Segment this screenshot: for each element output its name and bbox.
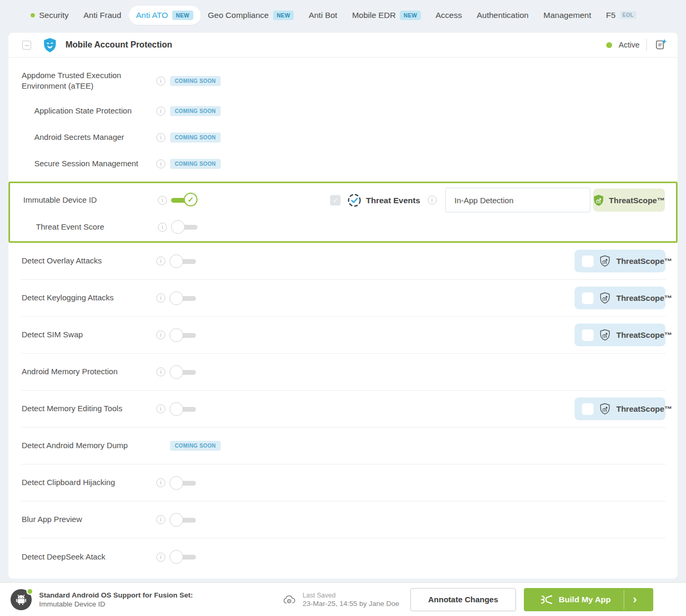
last-saved-group: Last Saved 23-Mar-25, 14:55 by Jane Doe — [283, 592, 399, 608]
detect-keylogging-attacks-toggle[interactable] — [170, 291, 196, 306]
threatscope-label: ThreatScope™ — [616, 404, 672, 413]
mobile-account-protection-shield-icon — [43, 37, 57, 53]
detect-clipboard-hijacking-toggle[interactable] — [170, 476, 196, 490]
nav-label: Anti ATO — [136, 11, 168, 20]
threat-events-checkbox[interactable]: ✓ — [330, 195, 341, 205]
threatscope-checkbox[interactable] — [582, 329, 594, 341]
nav-item-security[interactable]: Security — [23, 6, 76, 25]
feature-label: Android Secrets Manager — [22, 132, 156, 143]
threatscope-button[interactable]: ThreatScope™ — [575, 287, 665, 309]
toggle-check-icon: ✓ — [184, 193, 198, 206]
feature-label: Appdome Trusted Execution Environment (a… — [22, 70, 156, 92]
info-icon[interactable]: i — [156, 133, 165, 142]
blur-app-preview-toggle[interactable] — [170, 513, 196, 527]
feature-label: Detect Keylogging Attacks — [22, 292, 156, 303]
detect-deepseek-atack-toggle[interactable] — [170, 549, 196, 564]
nav-item-anti-ato[interactable]: Anti ATO NEW — [129, 6, 201, 25]
android-os-icon — [11, 589, 32, 610]
info-icon[interactable]: i — [156, 515, 165, 524]
threat-events-icon — [347, 193, 361, 207]
nav-label: Access — [436, 11, 462, 20]
info-icon[interactable]: i — [156, 159, 165, 168]
info-icon[interactable]: i — [156, 478, 165, 487]
add-annotation-icon[interactable] — [654, 39, 667, 52]
threatscope-shield-icon — [599, 292, 610, 304]
last-saved-detail: 23-Mar-25, 14:55 by Jane Doe — [303, 600, 399, 608]
android-memory-protection-toggle[interactable] — [170, 365, 196, 380]
feature-row-detect-overlay-attacks: Detect Overlay Attacks i ThreatScope™ — [21, 243, 665, 280]
nav-label: Geo Compliance — [208, 11, 269, 20]
info-icon[interactable]: i — [156, 257, 165, 266]
threatscope-checkbox[interactable] — [582, 255, 594, 267]
feature-row-atee: Appdome Trusted Execution Environment (a… — [8, 64, 678, 98]
nav-item-mobile-edr[interactable]: Mobile EDR NEW — [345, 6, 428, 25]
threatscope-button[interactable]: ThreatScope™ — [575, 324, 665, 346]
detect-overlay-attacks-toggle[interactable] — [170, 254, 196, 269]
info-icon[interactable]: i — [156, 330, 165, 339]
nav-label: Mobile EDR — [352, 11, 396, 20]
feature-row-android-memory-protection: Android Memory Protection i — [21, 354, 665, 391]
threatscope-button[interactable]: ThreatScope™ — [575, 250, 665, 272]
nav-item-authentication[interactable]: Authentication — [469, 6, 536, 25]
feature-row-detect-sim-swap: Detect SIM Swap i ThreatScope™ — [21, 317, 665, 354]
threatscope-shield-icon — [599, 403, 610, 415]
coming-soon-badge: COMING SOON — [170, 76, 221, 86]
threatscope-shield-icon — [599, 329, 610, 341]
info-icon[interactable]: i — [156, 553, 165, 562]
feature-label: Threat Event Score — [23, 222, 158, 232]
feature-row-detect-android-memory-dump: Detect Android Memory Dump COMING SOON — [21, 428, 665, 465]
feature-label: Detect Memory Editing Tools — [22, 403, 156, 414]
coming-soon-badge: COMING SOON — [170, 159, 221, 169]
nav-label: Authentication — [477, 11, 529, 20]
info-icon[interactable]: i — [428, 196, 437, 205]
nav-label: Security — [39, 11, 69, 20]
info-icon[interactable]: i — [158, 196, 167, 205]
active-status-dot — [606, 42, 612, 48]
card-header: – Mobile Account Protection Active — [8, 33, 678, 58]
divider — [646, 39, 647, 51]
threat-events-label: Threat Events — [366, 195, 420, 205]
threatscope-button-selected[interactable]: ThreatScope™ — [593, 188, 665, 212]
nav-item-management[interactable]: Management — [536, 6, 598, 25]
feature-row-application-state-protection: Application State Protection i COMING SO… — [8, 98, 678, 124]
build-my-app-button[interactable]: Build My App › — [524, 588, 653, 611]
active-service-dot — [31, 13, 35, 17]
feature-row-threat-event-score: Threat Event Score i — [10, 217, 676, 241]
info-icon[interactable]: i — [156, 77, 165, 86]
new-badge: NEW — [172, 11, 193, 20]
info-icon[interactable]: i — [156, 107, 165, 116]
build-footer-bar: Standard Android OS Support for Fusion S… — [0, 582, 686, 616]
nav-item-geo-compliance[interactable]: Geo Compliance NEW — [201, 6, 302, 25]
threatscope-checkbox[interactable] — [582, 292, 594, 304]
nav-label: Anti Fraud — [83, 11, 121, 20]
chevron-right-icon: › — [633, 594, 637, 605]
threat-event-score-toggle[interactable] — [171, 220, 198, 234]
threat-events-dropdown[interactable]: In-App Detection — [445, 188, 590, 213]
threatscope-button[interactable]: ThreatScope™ — [575, 397, 665, 420]
build-button-label: Build My App — [559, 595, 610, 604]
detect-sim-swap-toggle[interactable] — [170, 328, 196, 343]
coming-soon-badge: COMING SOON — [170, 132, 221, 143]
immutable-device-id-toggle[interactable]: ✓ — [171, 193, 198, 207]
info-icon[interactable]: i — [156, 404, 165, 413]
detect-memory-editing-tools-toggle[interactable] — [170, 402, 196, 416]
new-badge: NEW — [400, 11, 420, 20]
nav-item-access[interactable]: Access — [428, 6, 469, 25]
info-icon[interactable]: i — [158, 223, 167, 232]
cloud-saved-icon — [283, 594, 296, 605]
annotate-changes-button[interactable]: Annotate Changes — [410, 588, 516, 611]
feature-label: Android Memory Protection — [22, 366, 156, 377]
threatscope-checkbox[interactable] — [582, 403, 594, 415]
collapse-icon[interactable]: – — [22, 41, 31, 50]
feature-label: Secure Session Management — [22, 158, 156, 169]
info-icon[interactable]: i — [156, 367, 165, 376]
threat-events-group: ✓ Threat Events i In-App Detection — [330, 188, 590, 213]
threatscope-label: ThreatScope™ — [616, 293, 672, 302]
info-icon[interactable]: i — [156, 293, 165, 302]
nav-item-anti-bot[interactable]: Anti Bot — [301, 6, 344, 25]
nav-item-f5[interactable]: F5 EOL — [598, 6, 644, 25]
nav-item-anti-fraud[interactable]: Anti Fraud — [76, 6, 129, 25]
fusion-set-title: Standard Android OS Support for Fusion S… — [39, 591, 193, 599]
feature-row-blur-app-preview: Blur App Preview i — [21, 501, 665, 538]
page-title: Mobile Account Protection — [65, 40, 172, 50]
